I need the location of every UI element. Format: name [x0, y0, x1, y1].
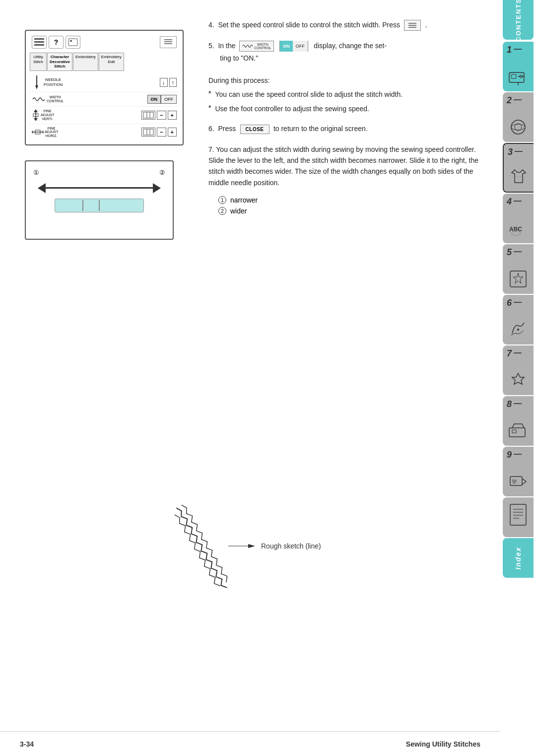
- footer-title: Sewing Utility Stitches: [406, 740, 480, 748]
- sidebar-item-9[interactable]: 9 — 9!: [503, 447, 534, 496]
- sidebar-item-4[interactable]: 4 — ABC: [503, 194, 534, 243]
- svg-text:ABC: ABC: [509, 226, 522, 233]
- step4-period: .: [423, 21, 427, 29]
- label-narrower: narrower: [230, 196, 258, 204]
- needle-up-btn[interactable]: ↑: [169, 78, 177, 87]
- width-control-row: WIDTHCONTROL ON OFF: [30, 92, 179, 107]
- on-indicator: ON: [280, 41, 293, 52]
- during-process-section: During this process: * You can use the s…: [208, 76, 491, 114]
- svg-point-5: [511, 120, 525, 134]
- svg-rect-17: [510, 504, 526, 525]
- svg-marker-40: [32, 130, 33, 134]
- width-wavy-icon: [32, 95, 46, 103]
- bullet-star-1: *: [208, 89, 211, 97]
- bullet-star-2: *: [208, 104, 211, 112]
- tshirt-icon: [508, 166, 530, 188]
- bullet-2: * Use the foot controller to adjust the …: [208, 104, 491, 114]
- index-tab[interactable]: Index: [503, 538, 534, 578]
- numbered-item-1: 1 narrower: [218, 196, 491, 204]
- svg-rect-43: [143, 129, 153, 135]
- minus-verti[interactable]: −: [157, 111, 166, 120]
- svg-rect-23: [34, 41, 44, 43]
- sidebar-item-1[interactable]: 1 —: [503, 42, 534, 91]
- slider-divider-2: [99, 200, 100, 211]
- notes-tab[interactable]: [503, 497, 534, 537]
- character-decorative-tab[interactable]: CharacterDecorativeStitch: [47, 53, 72, 71]
- notes-icon: [507, 502, 529, 532]
- close-button[interactable]: CLOSE: [240, 125, 269, 134]
- list-icon[interactable]: [160, 36, 177, 48]
- svg-rect-22: [34, 38, 44, 40]
- sewing-machine-icon: [507, 66, 529, 87]
- utility-stitch-tab[interactable]: UtilityStitch: [30, 53, 47, 71]
- step7-number: 7.: [208, 145, 216, 153]
- plus-verti[interactable]: +: [168, 111, 177, 120]
- index-label: Index: [514, 547, 522, 570]
- footer-page: 3-34: [20, 740, 34, 748]
- svg-marker-41: [43, 130, 44, 134]
- needle-position-row: NEEDLEPOSITION ↓ ↑: [30, 73, 179, 92]
- sidebar-item-7[interactable]: 7 —: [503, 345, 534, 395]
- svg-rect-14: [512, 430, 516, 433]
- svg-rect-36: [143, 112, 153, 118]
- svg-point-12: [517, 329, 519, 331]
- footer: 3-34 Sewing Utility Stitches: [0, 731, 500, 756]
- needle-down-btn[interactable]: ↓: [160, 78, 168, 87]
- step5-content: 5. In the WIDTHCONTROL ON OFF display, c…: [208, 40, 491, 65]
- step-5: 5. In the WIDTHCONTROL ON OFF display, c…: [208, 40, 491, 65]
- svg-marker-33: [34, 109, 38, 112]
- contents-tab[interactable]: CONTENTS: [503, 0, 534, 40]
- svg-rect-1: [511, 74, 516, 78]
- repair-icon: 9!: [507, 471, 529, 492]
- svg-rect-24: [34, 44, 44, 46]
- during-title: During this process:: [208, 76, 491, 84]
- svg-point-6: [515, 124, 522, 131]
- plus-horiz[interactable]: +: [168, 128, 177, 137]
- embroidery-tab[interactable]: Embroidery: [73, 53, 98, 71]
- on-button[interactable]: ON: [147, 95, 161, 104]
- contents-label: CONTENTS: [515, 0, 522, 42]
- step4-button[interactable]: [404, 20, 421, 31]
- step6-text-after: to return to the original screen.: [271, 125, 368, 133]
- step6-text-before: 6. Press: [208, 125, 238, 133]
- step-6: 6. Press CLOSE to return to the original…: [208, 124, 491, 134]
- slider-track: [55, 199, 144, 212]
- sidebar-item-2[interactable]: 2 —: [503, 92, 534, 142]
- help-icon[interactable]: ?: [49, 36, 64, 49]
- svg-marker-31: [35, 85, 38, 89]
- step4-text-before: 4. Set the speed control slide to contro…: [208, 21, 402, 29]
- verti-arrow-icon: [32, 109, 40, 121]
- sidebar-item-8[interactable]: 8 —: [503, 396, 534, 446]
- sidebar-item-3[interactable]: 3 —: [503, 143, 534, 193]
- bullet-1: * You can use the speed control slide to…: [208, 89, 491, 100]
- needle-position-label: NEEDLEPOSITION: [44, 77, 63, 87]
- rough-sketch-annotation: Rough sketch (line): [228, 541, 321, 551]
- wavy-line-icon: [242, 43, 253, 49]
- arrow-left-head: [38, 183, 46, 193]
- embroidery-edit-tab[interactable]: EmbroideryEdit: [99, 53, 124, 71]
- step-4: 4. Set the speed control slide to contro…: [208, 20, 491, 31]
- counter-display-horiz: [141, 128, 155, 137]
- svg-rect-26: [70, 40, 72, 42]
- off-button[interactable]: OFF: [161, 95, 177, 104]
- sidebar-item-5[interactable]: 5 —: [503, 244, 534, 294]
- embroidery-icon: [507, 319, 529, 341]
- width-control-display: WIDTHCONTROL: [239, 41, 273, 52]
- sidebar-item-6[interactable]: 6 —: [503, 295, 534, 344]
- step7-content: You can adjust the stitch width during s…: [208, 145, 478, 187]
- step-7: 7. You can adjust the stitch width durin…: [208, 144, 491, 215]
- diagram-label-right: ②: [159, 169, 165, 176]
- image-icon[interactable]: [66, 36, 80, 49]
- menu-icon[interactable]: [32, 36, 47, 49]
- thread-icon: [507, 116, 529, 138]
- counter-display-verti: [141, 111, 155, 120]
- screen-mockup-section: ? UtilityStitch CharacterDecorativeStitc…: [25, 30, 189, 240]
- star-settings-icon: [507, 268, 529, 290]
- bullet-text-1: You can use the speed control slide to a…: [215, 89, 402, 100]
- svg-marker-34: [34, 118, 38, 121]
- fine-adjust-horiz-row: FINEADJUSTHORIZ. − +: [30, 124, 179, 140]
- minus-horiz[interactable]: −: [157, 128, 166, 137]
- circle-2: 2: [218, 207, 226, 215]
- arrow-diagram: ① ②: [25, 160, 174, 240]
- numbered-item-2: 2 wider: [218, 207, 491, 215]
